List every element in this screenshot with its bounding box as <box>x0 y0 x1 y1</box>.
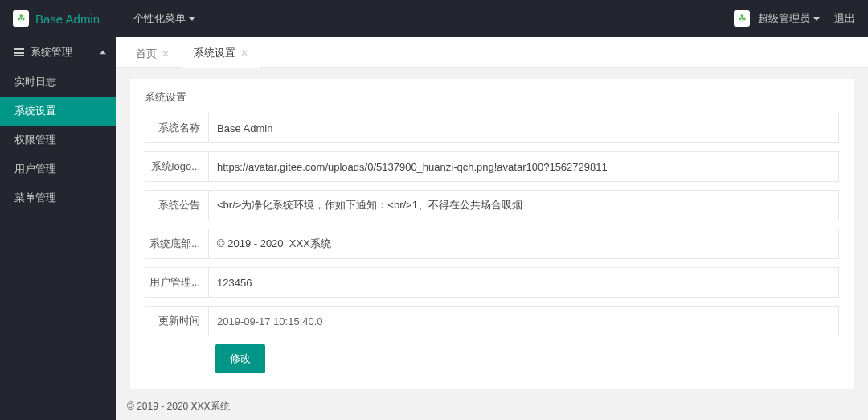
sidebar-group-system[interactable]: 系统管理 <box>0 37 116 68</box>
tab-home[interactable]: 首页 ✕ <box>124 39 182 68</box>
system-name-input[interactable] <box>208 113 838 142</box>
tab-label: 首页 <box>136 47 157 61</box>
sidebar-group-label: 系统管理 <box>31 45 72 60</box>
user-manage-input[interactable] <box>208 268 838 297</box>
sidebar: 系统管理 实时日志 系统设置 权限管理 用户管理 菜单管理 <box>0 37 116 420</box>
system-footer-input[interactable] <box>208 229 838 258</box>
field-label: 系统logo... <box>145 159 208 174</box>
close-icon[interactable]: ✕ <box>240 47 248 59</box>
sidebar-item-label: 用户管理 <box>14 163 56 175</box>
form-actions: 修改 <box>145 344 839 373</box>
sidebar-item-label: 系统设置 <box>14 105 56 117</box>
submit-button[interactable]: 修改 <box>215 344 265 373</box>
caret-down-icon <box>189 17 195 21</box>
form-row-usermgmt: 用户管理... <box>145 267 839 298</box>
field-label: 系统名称 <box>145 121 208 135</box>
field-label: 系统底部... <box>145 237 208 251</box>
user-dropdown[interactable]: ☘ 超级管理员 <box>734 10 820 27</box>
brand-title: Base Admin <box>35 12 100 26</box>
field-label: 更新时间 <box>145 314 208 328</box>
sidebar-item-settings[interactable]: 系统设置 <box>0 97 116 126</box>
sidebar-item-log[interactable]: 实时日志 <box>0 68 116 97</box>
avatar-icon: ☘ <box>734 10 750 27</box>
logout-link[interactable]: 退出 <box>834 11 855 26</box>
bars-icon <box>14 48 24 56</box>
sidebar-item-permission[interactable]: 权限管理 <box>0 126 116 154</box>
sidebar-item-label: 菜单管理 <box>14 191 56 204</box>
form-row-logo: 系统logo... <box>145 151 839 182</box>
caret-down-icon <box>813 17 820 21</box>
header: ☘ Base Admin 个性化菜单 ☘ 超级管理员 退出 <box>0 0 868 37</box>
user-name: 超级管理员 <box>758 11 810 26</box>
tabs: 首页 ✕ 系统设置 ✕ <box>116 37 868 68</box>
sidebar-item-label: 权限管理 <box>14 134 56 146</box>
personalize-menu-label: 个性化菜单 <box>133 11 186 26</box>
system-notice-input[interactable] <box>208 191 838 220</box>
body: 系统管理 实时日志 系统设置 权限管理 用户管理 菜单管理 首页 ✕ 系统设置 … <box>0 37 868 420</box>
field-label: 系统公告 <box>145 198 208 212</box>
form-row-name: 系统名称 <box>145 113 839 143</box>
sidebar-item-menu[interactable]: 菜单管理 <box>0 183 116 212</box>
panel-title: 系统设置 <box>145 90 839 113</box>
form-row-update: 更新时间 <box>145 306 839 336</box>
footer-text: © 2019 - 2020 XXX系统 <box>127 400 230 414</box>
form-row-footer: 系统底部... <box>145 229 839 259</box>
field-label: 用户管理... <box>145 275 208 290</box>
tab-settings[interactable]: 系统设置 ✕ <box>182 39 260 68</box>
system-logo-input[interactable] <box>208 152 838 181</box>
update-time-input <box>208 307 838 336</box>
logo-box: ☘ Base Admin <box>13 10 125 27</box>
sidebar-item-label: 实时日志 <box>14 76 56 88</box>
caret-up-icon <box>100 51 106 55</box>
sidebar-item-user[interactable]: 用户管理 <box>0 154 116 183</box>
close-icon[interactable]: ✕ <box>162 48 170 60</box>
logo-icon: ☘ <box>13 10 29 27</box>
content: 首页 ✕ 系统设置 ✕ 系统设置 系统名称 系统logo... 系统公告 <box>116 37 868 420</box>
settings-panel: 系统设置 系统名称 系统logo... 系统公告 系统底部... 用户管理... <box>130 79 854 389</box>
personalize-menu[interactable]: 个性化菜单 <box>133 11 195 26</box>
form-row-notice: 系统公告 <box>145 190 839 220</box>
tab-label: 系统设置 <box>194 46 235 60</box>
